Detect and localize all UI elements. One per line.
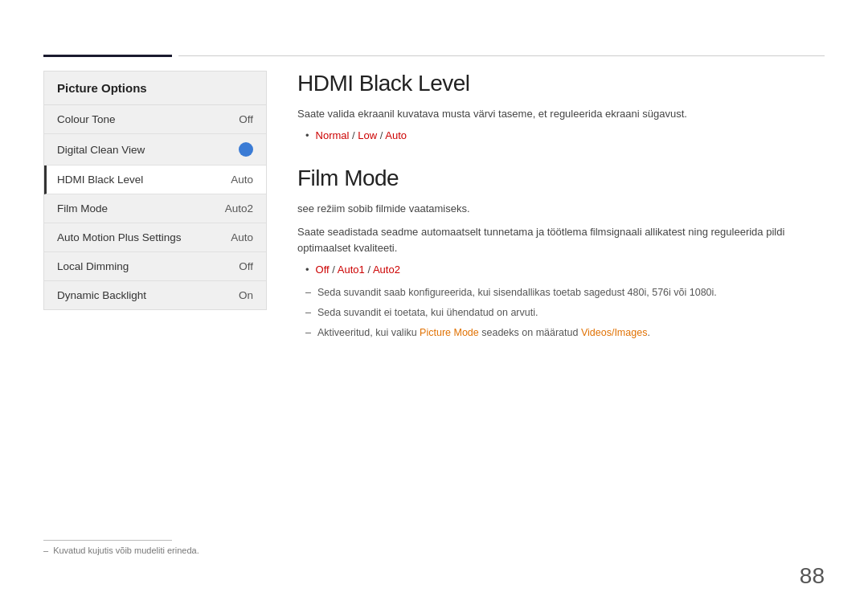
sidebar-item-hdmi-black-level[interactable]: HDMI Black Level Auto <box>44 166 266 194</box>
sidebar-item-hdmi-value: Auto <box>231 174 253 186</box>
film-note-3-text: Aktiveeritud, kui valiku Picture Mode se… <box>317 325 650 341</box>
hdmi-auto-link[interactable]: Auto <box>385 129 407 141</box>
film-note-2: Seda suvandit ei toetata, kui ühendatud … <box>305 305 825 321</box>
film-note-1-text: Seda suvandit saab konfigureerida, kui s… <box>317 285 717 300</box>
digital-clean-view-toggle <box>239 142 253 157</box>
sidebar-item-film-mode[interactable]: Film Mode Auto2 <box>44 194 266 223</box>
film-off-link[interactable]: Off <box>316 264 330 276</box>
picture-mode-link[interactable]: Picture Mode <box>420 327 479 338</box>
film-title: Film Mode <box>297 166 825 191</box>
hdmi-title: HDMI Black Level <box>297 71 825 96</box>
footnote: Kuvatud kujutis võib mudeliti erineda. <box>43 546 199 555</box>
sidebar-item-colour-tone-value: Off <box>239 113 253 125</box>
page-number: 88 <box>800 563 825 589</box>
film-desc2: Saate seadistada seadme automaatselt tun… <box>297 224 825 258</box>
sidebar-item-colour-tone[interactable]: Colour Tone Off <box>44 105 266 134</box>
content-area: HDMI Black Level Saate valida ekraanil k… <box>297 71 825 364</box>
hdmi-normal-link[interactable]: Normal <box>316 129 350 141</box>
film-options: Off / Auto1 / Auto2 <box>305 264 825 276</box>
sidebar-item-local-dimming[interactable]: Local Dimming Off <box>44 252 266 281</box>
sidebar-item-local-dimming-label: Local Dimming <box>57 260 129 272</box>
top-bar-line <box>178 55 825 56</box>
film-section: Film Mode see režiim sobib filmide vaata… <box>297 166 825 341</box>
hdmi-options: Normal / Low / Auto <box>305 129 825 141</box>
sidebar-item-dynamic-backlight[interactable]: Dynamic Backlight On <box>44 281 266 309</box>
top-bar <box>43 55 825 57</box>
sidebar-item-dynamic-backlight-label: Dynamic Backlight <box>57 289 146 301</box>
film-auto1-link[interactable]: Auto1 <box>338 264 365 276</box>
film-note-3: Aktiveeritud, kui valiku Picture Mode se… <box>305 325 825 341</box>
sidebar-item-hdmi-label: HDMI Black Level <box>57 174 143 186</box>
sidebar-item-auto-motion-label: Auto Motion Plus Settings <box>57 231 182 243</box>
hdmi-section: HDMI Black Level Saate valida ekraanil k… <box>297 71 825 141</box>
top-bar-accent <box>43 55 172 57</box>
sidebar-title: Picture Options <box>44 72 266 105</box>
film-note-1: Seda suvandit saab konfigureerida, kui s… <box>305 285 825 300</box>
sidebar-item-digital-clean-view[interactable]: Digital Clean View <box>44 134 266 166</box>
videos-images-link[interactable]: Videos/Images <box>581 327 647 338</box>
film-desc1: see režiim sobib filmide vaatamiseks. <box>297 201 825 218</box>
sidebar-item-local-dimming-value: Off <box>239 260 253 272</box>
sidebar-item-auto-motion-value: Auto <box>231 231 253 243</box>
sidebar-item-colour-tone-label: Colour Tone <box>57 113 116 125</box>
hdmi-option-normal: Normal / Low / Auto <box>316 129 407 141</box>
sidebar: Picture Options Colour Tone Off Digital … <box>43 71 267 310</box>
film-note-2-text: Seda suvandit ei toetata, kui ühendatud … <box>317 305 538 321</box>
sidebar-item-digital-clean-view-label: Digital Clean View <box>57 144 145 156</box>
hdmi-description: Saate valida ekraanil kuvatava musta vär… <box>297 106 825 123</box>
film-options-text: Off / Auto1 / Auto2 <box>316 264 400 276</box>
sidebar-item-auto-motion-plus[interactable]: Auto Motion Plus Settings Auto <box>44 223 266 252</box>
film-auto2-link[interactable]: Auto2 <box>373 264 400 276</box>
sidebar-item-film-mode-label: Film Mode <box>57 202 108 215</box>
sidebar-item-film-mode-value: Auto2 <box>225 202 253 215</box>
footnote-divider <box>43 540 172 541</box>
sidebar-item-dynamic-backlight-value: On <box>239 289 253 301</box>
hdmi-low-link[interactable]: Low <box>358 129 377 141</box>
